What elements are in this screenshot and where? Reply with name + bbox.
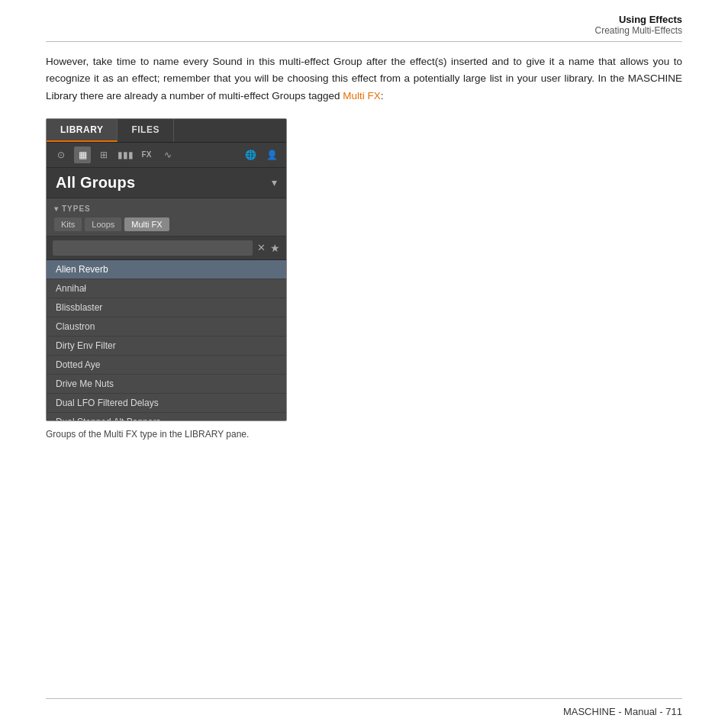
circle-icon-btn[interactable]: ⊙ (53, 147, 69, 163)
body-paragraph: However, take time to name every Sound i… (46, 53, 682, 105)
list-item[interactable]: Dual Stepped Alt Panners (47, 413, 286, 420)
colon: : (381, 90, 384, 101)
footer-divider (46, 698, 682, 699)
chapter-title: Using Effects (595, 14, 683, 25)
tag-multi-fx[interactable]: Multi FX (124, 217, 169, 231)
list-item[interactable]: Claustron (47, 317, 286, 337)
grid-small-icon: ▦ (79, 150, 87, 160)
section-title: Creating Multi-Effects (595, 25, 683, 36)
types-label: TYPES (54, 205, 279, 213)
bars-icon: ▮▮▮ (118, 150, 134, 160)
list-item[interactable]: Dotted Aye (47, 356, 286, 375)
fx-icon: FX (142, 150, 152, 159)
tab-library[interactable]: LIBRARY (47, 119, 118, 142)
icon-bar: ⊙ ▦ ⊞ ▮▮▮ FX ∿ 🌐 👤 (47, 143, 286, 168)
tab-bar: LIBRARY FILES (47, 119, 286, 143)
grid-small-icon-btn[interactable]: ▦ (74, 147, 91, 163)
list-item[interactable]: Annihał (47, 279, 286, 298)
tag-kits[interactable]: Kits (54, 217, 82, 231)
tag-loops[interactable]: Loops (85, 217, 121, 231)
grid-large-icon: ⊞ (100, 150, 108, 160)
type-tags: Kits Loops Multi FX (54, 217, 279, 231)
list-item[interactable]: Alien Reverb (47, 260, 286, 279)
wave-icon-btn[interactable]: ∿ (159, 147, 176, 163)
types-section: TYPES Kits Loops Multi FX (47, 198, 286, 237)
library-panel: LIBRARY FILES ⊙ ▦ ⊞ ▮▮▮ FX ∿ (46, 118, 287, 421)
list-item[interactable]: Blissblaster (47, 298, 286, 317)
results-list: Alien Reverb Annihał Blissblaster Claust… (47, 260, 286, 420)
list-item[interactable]: Dual LFO Filtered Delays (47, 394, 286, 413)
clear-search-button[interactable]: ✕ (257, 242, 266, 253)
main-content: However, take time to name every Sound i… (46, 53, 682, 440)
all-groups-arrow: ▾ (272, 176, 277, 188)
list-item[interactable]: Dirty Env Filter (47, 337, 286, 356)
all-groups-title: All Groups (56, 174, 135, 192)
list-item[interactable]: Drive Me Nuts (47, 375, 286, 394)
all-groups-bar[interactable]: All Groups ▾ (47, 168, 286, 198)
circle-icon: ⊙ (57, 150, 65, 160)
grid-large-icon-btn[interactable]: ⊞ (95, 147, 112, 163)
user-icon-btn[interactable]: 👤 (263, 147, 280, 163)
search-input[interactable] (53, 240, 253, 256)
fx-icon-btn[interactable]: FX (138, 147, 155, 163)
tab-files[interactable]: FILES (118, 119, 174, 142)
search-bar: ✕ ★ (47, 237, 286, 260)
favorite-filter-button[interactable]: ★ (270, 242, 280, 254)
multi-fx-link[interactable]: Multi FX (343, 90, 381, 101)
header-divider (46, 41, 682, 42)
globe-icon-btn[interactable]: 🌐 (242, 147, 259, 163)
page-header: Using Effects Creating Multi-Effects (595, 14, 683, 36)
globe-icon: 🌐 (245, 150, 256, 160)
wave-icon: ∿ (164, 150, 172, 160)
user-icon: 👤 (266, 150, 278, 160)
bars-icon-btn[interactable]: ▮▮▮ (117, 147, 134, 163)
figure-caption: Groups of the Multi FX type in the LIBRA… (46, 429, 682, 440)
footer-page-info: MASCHINE - Manual - 711 (563, 706, 682, 717)
